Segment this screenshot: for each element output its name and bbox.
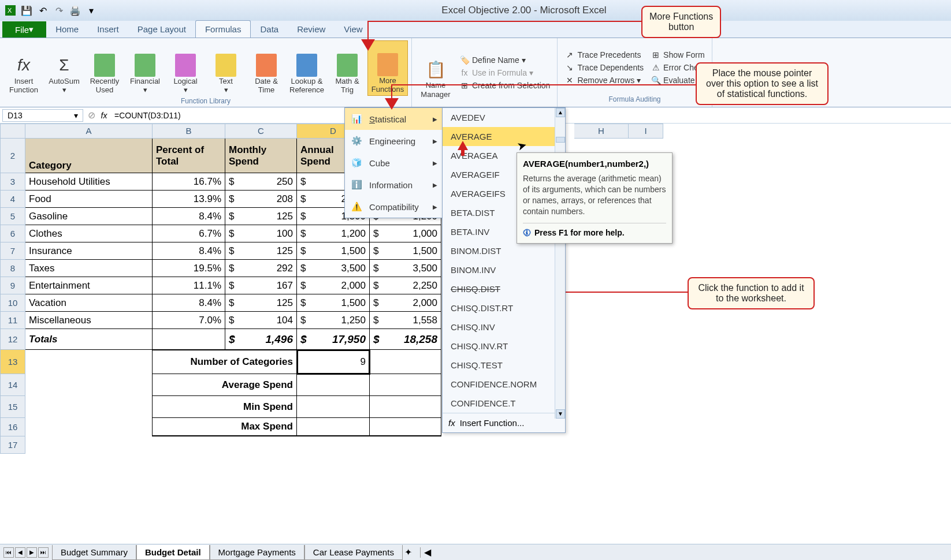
cell[interactable]: Vacation: [25, 294, 153, 312]
cell[interactable]: Clothes: [25, 225, 153, 242]
row-header-17[interactable]: 17: [0, 436, 25, 454]
fx-button[interactable]: fx: [97, 111, 111, 120]
sheet-tab-summary[interactable]: Budget Summary: [52, 545, 136, 560]
cell[interactable]: 125: [225, 242, 297, 260]
row-header-5[interactable]: 5: [0, 208, 25, 225]
cell[interactable]: Taxes: [25, 260, 153, 277]
cell-d13[interactable]: 9: [297, 350, 370, 374]
tab-home[interactable]: Home: [46, 21, 88, 38]
cell[interactable]: [370, 350, 441, 374]
sheet-tab-car[interactable]: Car Lease Payments: [304, 545, 403, 560]
cell[interactable]: Gasoline: [25, 208, 153, 225]
cell[interactable]: Totals: [25, 329, 153, 350]
cell[interactable]: [297, 374, 370, 396]
row-header-10[interactable]: 10: [0, 294, 25, 312]
cell[interactable]: 208: [225, 191, 297, 208]
row-header-11[interactable]: 11: [0, 312, 25, 329]
cell[interactable]: 1,000: [370, 225, 441, 242]
stat-fn-chisq-dist-rt[interactable]: CHISQ.DIST.RT: [443, 298, 565, 318]
cell[interactable]: 3,500: [297, 260, 370, 277]
tab-page-layout[interactable]: Page Layout: [128, 21, 195, 38]
stat-fn-confidence-t[interactable]: CONFIDENCE.T: [443, 394, 565, 413]
text-button[interactable]: Text ▾: [206, 40, 246, 96]
cell[interactable]: 1,558: [370, 312, 441, 329]
cell[interactable]: Household Utilities: [25, 173, 153, 191]
financial-button[interactable]: Financial ▾: [125, 40, 165, 96]
cell[interactable]: [297, 396, 370, 418]
sheet-tab-detail[interactable]: Budget Detail: [136, 545, 210, 560]
sheet-tab-mortgage[interactable]: Mortgage Payments: [210, 545, 304, 560]
row-header-13[interactable]: 13: [0, 350, 25, 374]
cell[interactable]: 2,250: [370, 277, 441, 294]
menu-information[interactable]: ℹ️Information▶: [345, 174, 442, 196]
cell[interactable]: 1,500: [370, 242, 441, 260]
cell[interactable]: 167: [225, 277, 297, 294]
name-box[interactable]: D13▾: [2, 109, 83, 122]
cell[interactable]: [370, 396, 441, 418]
undo-icon[interactable]: ↶: [36, 4, 49, 17]
new-sheet-icon[interactable]: ✦: [403, 547, 414, 558]
cell[interactable]: 18,258: [370, 329, 441, 350]
cell[interactable]: Miscellaneous: [25, 312, 153, 329]
sheet-nav[interactable]: ⏮◀▶⏭: [0, 547, 52, 558]
cell[interactable]: 6.7%: [153, 225, 225, 242]
define-name-button[interactable]: 🏷️Define Name ▾: [459, 55, 550, 65]
qat-customize-icon[interactable]: ▾: [85, 4, 98, 17]
row-header-4[interactable]: 4: [0, 191, 25, 208]
tab-file[interactable]: File ▾: [2, 21, 46, 38]
cell[interactable]: 125: [225, 294, 297, 312]
row-header-6[interactable]: 6: [0, 225, 25, 242]
menu-cube[interactable]: 🧊Cube▶: [345, 152, 442, 174]
tab-data[interactable]: Data: [251, 21, 288, 38]
cell[interactable]: 8.4%: [153, 294, 225, 312]
redo-icon[interactable]: ↷: [53, 4, 65, 17]
autosum-button[interactable]: ΣAutoSum ▾: [44, 40, 84, 96]
col-header-c[interactable]: C: [225, 124, 297, 139]
cell[interactable]: Number of Categories: [153, 350, 297, 374]
date-time-button[interactable]: Date & Time: [246, 40, 287, 96]
cell[interactable]: 250: [225, 173, 297, 191]
cell[interactable]: Monthly Spend: [225, 139, 297, 173]
col-header-b[interactable]: B: [153, 124, 225, 139]
tab-insert[interactable]: Insert: [88, 21, 128, 38]
row-header-8[interactable]: 8: [0, 260, 25, 277]
cell[interactable]: 1,200: [297, 225, 370, 242]
row-header-2[interactable]: 2: [0, 139, 25, 173]
cell[interactable]: 11.1%: [153, 277, 225, 294]
row-header-3[interactable]: 3: [0, 173, 25, 191]
scroll-up-icon[interactable]: ▲: [556, 108, 565, 117]
cell[interactable]: 19.5%: [153, 260, 225, 277]
row-header-7[interactable]: 7: [0, 242, 25, 260]
print-icon[interactable]: 🖨️: [69, 4, 81, 17]
cell[interactable]: Percent of Total: [153, 139, 225, 173]
excel-icon[interactable]: X: [4, 4, 17, 17]
name-manager-button[interactable]: 📋Name Manager: [415, 45, 456, 100]
trace-dependents-button[interactable]: ↘Trace Dependents: [564, 62, 644, 73]
cell[interactable]: Food: [25, 191, 153, 208]
menu-statistical[interactable]: 📊Statistical▶: [345, 108, 442, 130]
cell[interactable]: 1,500: [297, 294, 370, 312]
cell[interactable]: 2,000: [370, 294, 441, 312]
cell[interactable]: [153, 329, 225, 350]
save-icon[interactable]: 💾: [20, 4, 33, 17]
cell[interactable]: Entertainment: [25, 277, 153, 294]
cell[interactable]: 13.9%: [153, 191, 225, 208]
recently-used-button[interactable]: Recently Used: [84, 40, 125, 96]
stat-fn-confidence-norm[interactable]: CONFIDENCE.NORM: [443, 375, 565, 394]
cell[interactable]: 16.7%: [153, 173, 225, 191]
cell[interactable]: [370, 418, 441, 436]
row-header-14[interactable]: 14: [0, 374, 25, 396]
select-all-corner[interactable]: [0, 124, 25, 139]
remove-arrows-button[interactable]: ✕Remove Arrows ▾: [564, 75, 644, 85]
trace-precedents-button[interactable]: ↗Trace Precedents: [564, 50, 644, 60]
cell[interactable]: 7.0%: [153, 312, 225, 329]
tab-view[interactable]: View: [335, 21, 372, 38]
cell[interactable]: Min Spend: [153, 396, 297, 418]
row-header-12[interactable]: 12: [0, 329, 25, 350]
stat-fn-chisq-dist[interactable]: CHISQ.DIST: [443, 279, 565, 298]
row-header-15[interactable]: 15: [0, 396, 25, 418]
cell[interactable]: 104: [225, 312, 297, 329]
cell[interactable]: 1,500: [297, 242, 370, 260]
col-header-a[interactable]: A: [25, 124, 153, 139]
cell[interactable]: 292: [225, 260, 297, 277]
